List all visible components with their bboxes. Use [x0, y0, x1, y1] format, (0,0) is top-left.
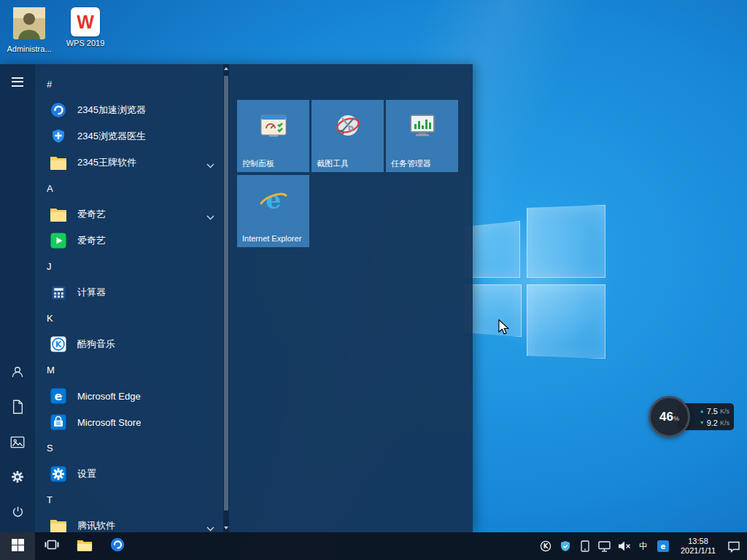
- document-icon: [12, 400, 24, 417]
- download-speed-unit: K/s: [720, 419, 729, 427]
- usage-gauge[interactable]: 46 %: [649, 396, 690, 438]
- volume-muted-icon[interactable]: [616, 532, 632, 560]
- app-group-tencent-software[interactable]: 腾讯软件: [35, 513, 223, 532]
- windows-logo-pane: [465, 221, 520, 278]
- screen: Administra... W WPS 2019: [0, 0, 747, 560]
- system-tray: K 中 e 13:58 2021/1/11: [538, 532, 747, 560]
- 2345-browser-icon: [48, 100, 69, 120]
- clock-time: 13:58: [675, 537, 721, 546]
- app-item-microsoft-edge[interactable]: e Microsoft Edge: [35, 383, 223, 409]
- app-item-calculator[interactable]: 计算器: [35, 279, 223, 306]
- action-center-button[interactable]: [726, 532, 741, 560]
- app-group-2345-software[interactable]: 2345王牌软件: [35, 149, 223, 176]
- hamburger-menu-button[interactable]: [0, 64, 35, 99]
- tray-device-icon[interactable]: [577, 532, 592, 560]
- app-list-section-header[interactable]: #: [35, 71, 223, 97]
- app-item-iqiyi[interactable]: 爱奇艺: [35, 228, 223, 254]
- task-view-icon: [44, 539, 59, 553]
- settings-app-icon: [48, 464, 69, 484]
- pictures-icon: [10, 436, 25, 451]
- folder-icon: [48, 516, 69, 532]
- kugou-icon: K: [48, 334, 69, 354]
- app-list-section-header[interactable]: J: [35, 254, 223, 279]
- clock-date: 2021/1/11: [675, 546, 721, 556]
- windows-logo-pane: [465, 284, 522, 337]
- start-menu-rail: [0, 64, 35, 532]
- app-item-settings[interactable]: 设置: [35, 461, 223, 487]
- desktop-icon-wps2019[interactable]: W WPS 2019: [61, 7, 110, 47]
- user-account-button[interactable]: [0, 356, 35, 391]
- app-group-iqiyi[interactable]: 爱奇艺: [35, 201, 223, 228]
- app-list-section-header[interactable]: A: [35, 176, 223, 201]
- power-button[interactable]: [0, 496, 35, 531]
- scrollbar-up-arrow[interactable]: [224, 67, 228, 70]
- ime-indicator[interactable]: 中: [636, 540, 651, 553]
- app-item-2345-browser-doctor[interactable]: 2345浏览器医生: [35, 123, 223, 149]
- app-list-section-header[interactable]: M: [35, 357, 223, 383]
- tray-kugou-icon[interactable]: K: [538, 532, 553, 560]
- documents-button[interactable]: [0, 391, 35, 426]
- upload-speed-row: ▲ 7.5 K/s: [694, 405, 729, 416]
- windows-logo-pane: [527, 205, 605, 278]
- chevron-down-icon[interactable]: [206, 160, 214, 171]
- desktop-icon-administrator[interactable]: Administra...: [4, 7, 54, 53]
- network-icon[interactable]: [597, 532, 612, 560]
- administrator-avatar-icon: [13, 7, 45, 42]
- task-view-button[interactable]: [35, 532, 68, 560]
- tile-task-manager[interactable]: 任务管理器: [386, 100, 458, 172]
- tray-security-shield-icon[interactable]: [557, 532, 573, 560]
- tile-control-panel[interactable]: 控制面板: [237, 100, 309, 172]
- network-speed-widget[interactable]: ▲ 7.5 K/s ▼ 9.2 K/s 46 %: [649, 396, 735, 438]
- edge-icon: e: [48, 386, 69, 406]
- app-item-kugou-music[interactable]: K 酷狗音乐: [35, 331, 223, 357]
- download-arrow-icon: ▼: [700, 420, 705, 425]
- browser-2345-button[interactable]: [101, 532, 133, 560]
- tile-snipping-tool[interactable]: 截图工具: [311, 100, 384, 172]
- desktop-icon-label: Administra...: [7, 44, 51, 53]
- calculator-icon: [48, 282, 69, 303]
- start-menu-app-list: # 2345加速浏览器 2345浏览器医生 2345王牌软件: [35, 64, 223, 532]
- task-manager-icon: [386, 110, 458, 142]
- tray-blue-app-icon[interactable]: e: [655, 532, 670, 560]
- user-icon: [10, 365, 25, 382]
- usage-percent-sign: %: [673, 415, 679, 422]
- svg-text:e: e: [55, 389, 63, 403]
- download-speed-row: ▼ 9.2 K/s: [694, 417, 729, 428]
- scrollbar-thumb[interactable]: [224, 76, 228, 510]
- wps-icon: W: [71, 7, 100, 36]
- app-list-section-header[interactable]: T: [35, 487, 223, 513]
- scrollbar-down-arrow[interactable]: [224, 526, 228, 529]
- app-list-section-header[interactable]: S: [35, 435, 223, 461]
- upload-arrow-icon: ▲: [700, 408, 705, 413]
- start-menu-tiles: 控制面板 截图工具 任务管理器 e Internet Explorer: [237, 100, 465, 319]
- settings-button[interactable]: [0, 461, 35, 496]
- app-item-2345-browser[interactable]: 2345加速浏览器: [35, 97, 223, 123]
- taskbar: K 中 e 13:58 2021/1/11: [0, 532, 747, 560]
- svg-text:K: K: [543, 542, 548, 550]
- gear-icon: [10, 470, 25, 487]
- power-icon: [11, 505, 25, 522]
- snipping-tool-icon: [311, 110, 384, 142]
- app-list-scrollbar: [223, 64, 229, 532]
- start-button[interactable]: [0, 532, 35, 560]
- upload-speed-unit: K/s: [720, 408, 729, 415]
- svg-text:e: e: [266, 186, 281, 214]
- windows-logo: [463, 203, 608, 360]
- app-item-microsoft-store[interactable]: Microsoft Store: [35, 409, 223, 435]
- desktop-icon-label: WPS 2019: [66, 39, 105, 47]
- svg-text:K: K: [55, 340, 62, 349]
- taskbar-clock[interactable]: 13:58 2021/1/11: [675, 537, 721, 556]
- svg-text:e: e: [660, 542, 665, 551]
- start-menu: # 2345加速浏览器 2345浏览器医生 2345王牌软件: [0, 64, 473, 532]
- file-explorer-button[interactable]: [68, 532, 101, 560]
- chevron-down-icon[interactable]: [206, 211, 214, 222]
- usage-percent: 46: [659, 398, 673, 435]
- pictures-button[interactable]: [0, 426, 35, 461]
- windows-flag-icon: [12, 539, 24, 554]
- folder-icon: [48, 152, 69, 173]
- app-list-section-header[interactable]: K: [35, 306, 223, 331]
- 2345-browser-icon: [109, 537, 125, 556]
- chevron-down-icon[interactable]: [206, 523, 214, 532]
- upload-speed-value: 7.5: [707, 407, 718, 416]
- tile-internet-explorer[interactable]: e Internet Explorer: [237, 175, 309, 247]
